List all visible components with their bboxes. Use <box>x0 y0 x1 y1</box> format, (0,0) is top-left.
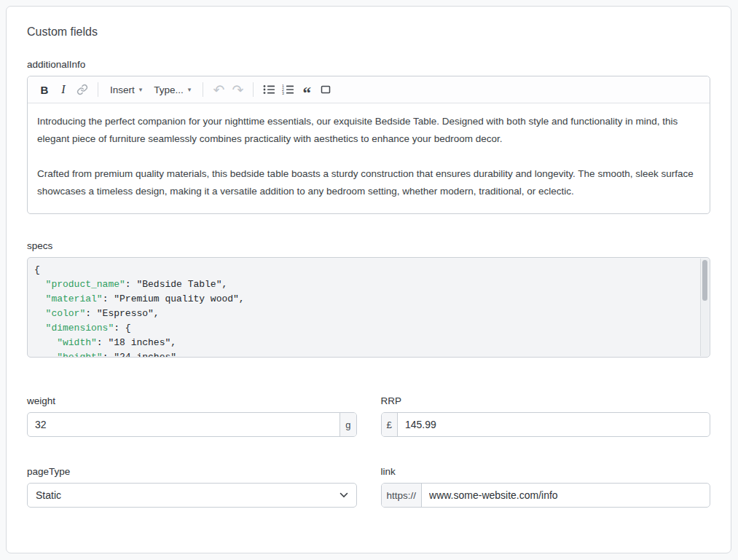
rrp-input-group: £ <box>381 412 711 437</box>
type-dropdown-label: Type... <box>154 84 184 95</box>
rrp-label: RRP <box>381 395 711 406</box>
weight-input[interactable] <box>28 413 339 436</box>
bullet-list-icon <box>263 84 275 95</box>
protocol-prefix: https:// <box>382 484 423 507</box>
weight-input-group: g <box>27 412 357 437</box>
link-button[interactable] <box>73 80 92 99</box>
image-placeholder-button[interactable] <box>316 80 335 99</box>
redo-icon: ↷ <box>232 83 243 97</box>
toolbar-separator <box>253 82 254 97</box>
rich-text-editor: B I Insert ▾ Type... <box>27 76 710 214</box>
specs-label: specs <box>27 240 710 251</box>
card-title: Custom fields <box>27 25 710 39</box>
redo-button[interactable]: ↷ <box>228 80 247 99</box>
editor-toolbar: B I Insert ▾ Type... <box>28 76 710 103</box>
ordered-list-icon: 1 2 3 <box>282 84 294 95</box>
type-dropdown[interactable]: Type... ▾ <box>148 80 197 99</box>
insert-dropdown-label: Insert <box>110 84 135 95</box>
link-icon <box>76 84 88 95</box>
specs-field: specs { "product_name": "Bedside Table",… <box>27 240 710 358</box>
weight-field: weight g <box>27 395 357 437</box>
currency-prefix: £ <box>382 413 399 436</box>
undo-icon: ↶ <box>213 83 224 97</box>
page-type-field: pageType Static <box>27 466 357 508</box>
caret-down-icon: ▾ <box>139 87 143 93</box>
editor-paragraph: Crafted from premium quality materials, … <box>37 165 698 200</box>
page-type-label: pageType <box>27 466 357 477</box>
image-placeholder-icon <box>320 84 331 95</box>
toolbar-separator <box>203 82 203 97</box>
fields-grid: weight g RRP £ pageType Static <box>27 395 710 508</box>
bold-button[interactable]: B <box>35 80 54 99</box>
blockquote-icon: “ <box>303 90 312 97</box>
insert-dropdown[interactable]: Insert ▾ <box>104 80 148 99</box>
link-input-group: https:// <box>381 483 711 508</box>
bullet-list-button[interactable] <box>259 80 278 99</box>
chevron-down-icon <box>339 492 348 498</box>
scrollbar-thumb[interactable] <box>702 260 707 301</box>
editor-paragraph: Introducing the perfect companion for yo… <box>37 113 698 148</box>
caret-down-icon: ▾ <box>188 87 192 93</box>
specs-code: { "product_name": "Bedside Table", "mate… <box>28 258 710 358</box>
specs-scrollbar[interactable] <box>700 259 709 356</box>
link-input[interactable] <box>422 484 710 507</box>
page-type-selected-value: Static <box>36 489 61 501</box>
specs-code-editor[interactable]: { "product_name": "Bedside Table", "mate… <box>27 257 710 358</box>
rrp-field: RRP £ <box>381 395 711 437</box>
weight-unit-suffix: g <box>339 413 356 436</box>
italic-button[interactable]: I <box>54 80 73 99</box>
page-type-select[interactable]: Static <box>27 483 357 508</box>
ordered-list-button[interactable]: 1 2 3 <box>278 80 297 99</box>
custom-fields-card: Custom fields additionalInfo B I <box>6 6 731 553</box>
blockquote-button[interactable]: “ <box>297 80 316 99</box>
rrp-input[interactable] <box>398 413 710 436</box>
svg-text:3: 3 <box>282 91 284 95</box>
additional-info-label: additionalInfo <box>27 59 710 70</box>
editor-content[interactable]: Introducing the perfect companion for yo… <box>28 103 710 213</box>
weight-label: weight <box>27 395 357 406</box>
undo-button[interactable]: ↶ <box>209 80 228 99</box>
additional-info-field: additionalInfo B I Insert ▾ <box>27 59 710 214</box>
link-field: link https:// <box>381 466 711 508</box>
toolbar-separator <box>98 82 98 97</box>
link-label: link <box>381 466 711 477</box>
